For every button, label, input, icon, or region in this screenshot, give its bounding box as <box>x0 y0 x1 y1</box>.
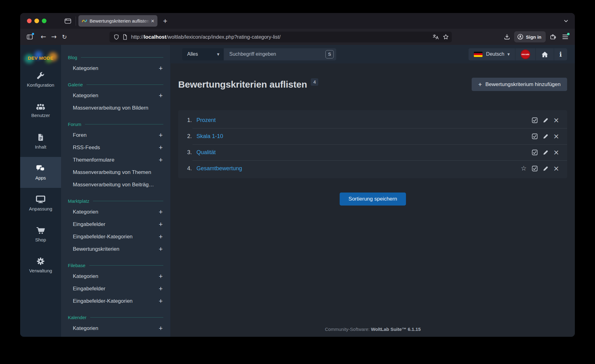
enable-checkbox-icon[interactable] <box>531 133 538 140</box>
save-sorting-button[interactable]: Sortierung speichern <box>340 193 406 206</box>
menu-item[interactable]: Massenverarbeitung von Themen <box>61 166 171 179</box>
enable-checkbox-icon[interactable] <box>531 149 538 156</box>
reload-icon[interactable]: ↻ <box>59 32 70 42</box>
star-icon[interactable]: ☆ <box>520 165 527 172</box>
sidebar-item-apps[interactable]: Apps <box>20 157 61 188</box>
menu-item[interactable]: Kategorien+ <box>61 206 171 218</box>
sidebar-item-shop[interactable]: Shop <box>20 219 61 250</box>
add-icon[interactable]: + <box>159 324 163 332</box>
chevron-down-icon: ▼ <box>507 53 510 56</box>
menu-item[interactable]: RSS-Feeds+ <box>61 141 171 154</box>
desktop-icon <box>36 195 45 203</box>
viecode-logo-icon: viecode <box>521 50 530 59</box>
viecode-link[interactable]: viecode <box>515 48 536 60</box>
list-all-tabs-icon[interactable] <box>564 13 568 29</box>
add-icon[interactable]: + <box>159 245 163 253</box>
delete-x-icon[interactable]: × <box>553 133 560 140</box>
shield-icon[interactable] <box>114 34 119 40</box>
menu-item[interactable]: Eingabefelder+ <box>61 283 171 295</box>
search-scope-select[interactable]: Alles ▼ <box>182 48 224 60</box>
language-select[interactable]: Deutsch ▼ <box>469 48 515 60</box>
translate-icon[interactable] <box>433 34 439 40</box>
url-text[interactable]: http://localhost/woltlab/lexicon/acp/ind… <box>131 34 429 40</box>
criterion-link[interactable]: Prozent <box>196 117 216 124</box>
add-icon[interactable]: + <box>159 131 163 139</box>
bookmark-star-icon[interactable] <box>443 34 449 40</box>
zoom-window-button[interactable] <box>42 19 46 23</box>
download-icon[interactable] <box>502 32 512 42</box>
sidebar-item-inhalt[interactable]: Inhalt <box>20 126 61 157</box>
page-info-icon[interactable] <box>123 34 127 40</box>
menu-item[interactable]: Massenverarbeitung von Beiträg… <box>61 179 171 191</box>
firefox-view-icon[interactable] <box>64 18 71 24</box>
sidebar-item-verwaltung[interactable]: Verwaltung <box>20 250 61 281</box>
menu-item[interactable]: Kategorien+ <box>61 89 171 102</box>
sidebar-item-konfiguration[interactable]: Konfiguration <box>20 64 61 95</box>
sidebar-item-anpassung[interactable]: Anpassung <box>20 188 61 219</box>
edit-pencil-icon[interactable] <box>542 133 549 140</box>
menu-item[interactable]: Kategorien+ <box>61 322 171 335</box>
menu-item[interactable]: Eingabefelder+ <box>61 218 171 231</box>
menu-item[interactable]: Foren+ <box>61 129 171 141</box>
add-icon[interactable]: + <box>159 208 163 216</box>
delete-x-icon[interactable]: × <box>553 149 560 156</box>
menu-hamburger-icon[interactable] <box>560 32 571 42</box>
add-icon[interactable]: + <box>159 92 163 100</box>
forward-icon[interactable]: → <box>49 32 59 42</box>
add-icon[interactable]: + <box>159 297 163 305</box>
section-title: Kalender <box>68 315 86 320</box>
info-link[interactable]: i <box>554 48 567 60</box>
section-title: Filebase <box>68 263 86 268</box>
criterion-link[interactable]: Gesamtbewertung <box>196 165 242 172</box>
criterion-link[interactable]: Skala 1-10 <box>196 133 223 140</box>
minimize-window-button[interactable] <box>34 19 39 23</box>
url-host: localhost <box>144 34 166 40</box>
page-title: Bewertungskriterien auflisten <box>178 79 307 90</box>
window-controls <box>27 19 46 23</box>
add-icon[interactable]: + <box>159 64 163 72</box>
menu-item[interactable]: Eingabefelder-Kategorien+ <box>61 231 171 243</box>
url-bar[interactable]: http://localhost/woltlab/lexicon/acp/ind… <box>109 32 452 42</box>
language-label: Deutsch <box>486 51 505 57</box>
sidebar-toggle-icon[interactable] <box>24 32 35 42</box>
sidebar-item-label: Anpassung <box>29 206 52 211</box>
new-tab-button[interactable]: + <box>163 17 167 25</box>
back-icon[interactable]: ← <box>38 32 49 42</box>
row-number: 3. <box>187 149 196 156</box>
menu-item[interactable]: Kategorien+ <box>61 62 171 75</box>
active-tab[interactable]: Bewertungskriterien auflisten - × <box>78 15 157 27</box>
delete-x-icon[interactable]: × <box>553 117 560 124</box>
menu-item[interactable]: Themenformulare+ <box>61 154 171 166</box>
enable-checkbox-icon[interactable] <box>531 117 538 124</box>
delete-x-icon[interactable]: × <box>553 165 560 172</box>
edit-pencil-icon[interactable] <box>542 117 549 124</box>
enable-checkbox-icon[interactable] <box>531 165 538 172</box>
menu-item[interactable]: Kategorien+ <box>61 270 171 283</box>
add-icon[interactable]: + <box>159 156 163 164</box>
add-icon[interactable]: + <box>159 285 163 293</box>
menu-item[interactable]: Termin-Importe+ <box>61 335 171 337</box>
close-window-button[interactable] <box>27 19 32 23</box>
add-icon[interactable]: + <box>159 220 163 228</box>
search-input[interactable] <box>229 51 323 57</box>
tab-close-icon[interactable]: × <box>150 18 155 24</box>
menu-item[interactable]: Eingabefelder-Kategorien+ <box>61 295 171 307</box>
edit-pencil-icon[interactable] <box>542 149 549 156</box>
cart-icon <box>36 227 45 234</box>
sidebar-item-benutzer[interactable]: Benutzer <box>20 95 61 126</box>
menu-item[interactable]: Bewertungskriterien+ <box>61 243 171 255</box>
add-rating-criterion-button[interactable]: + Bewertungskriterium hinzufügen <box>472 78 567 91</box>
criterion-link[interactable]: Qualität <box>196 149 216 156</box>
sign-in-button[interactable]: Sign in <box>514 31 546 42</box>
edit-pencil-icon[interactable] <box>542 165 549 172</box>
extensions-puzzle-icon[interactable] <box>548 32 558 42</box>
add-icon[interactable]: + <box>159 272 163 280</box>
add-icon[interactable]: + <box>159 144 163 152</box>
home-link[interactable] <box>536 48 554 60</box>
german-flag-icon <box>474 52 483 57</box>
sidebar-item-label: Konfiguration <box>27 82 54 88</box>
navbar-right-controls: Sign in <box>502 31 571 42</box>
users-icon <box>36 103 45 110</box>
menu-item[interactable]: Massenverarbeitung von Bildern <box>61 102 171 114</box>
add-icon[interactable]: + <box>159 233 163 241</box>
